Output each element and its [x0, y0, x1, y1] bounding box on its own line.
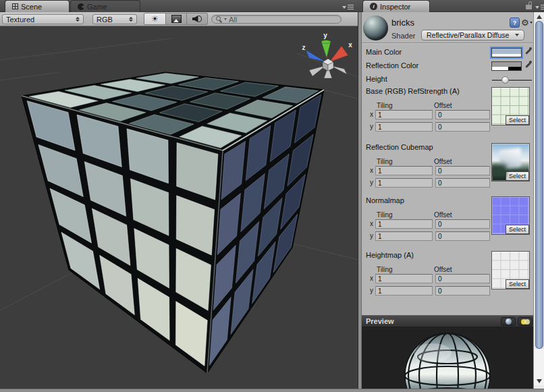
tiling-header: Tiling	[377, 158, 393, 165]
panel-dropdown-icon	[342, 6, 346, 9]
select-button[interactable]: Select	[506, 225, 529, 234]
reflection-color-swatch[interactable]	[491, 61, 522, 71]
tab-scene[interactable]: Scene	[5, 0, 70, 12]
texture-block-heightmap: Heightmap (A) Tiling Offset x y Select	[362, 250, 533, 304]
tiling-x-input[interactable]	[375, 166, 433, 175]
orientation-gizmo[interactable]: yxz	[302, 32, 353, 78]
unity-editor-window: Scene Game i Inspector Textured RGB	[0, 0, 544, 392]
tab-inspector[interactable]: i Inspector	[362, 0, 430, 12]
tiling-header: Tiling	[377, 211, 393, 219]
scroll-down-arrow[interactable]	[534, 376, 544, 385]
scene-effects-toggle[interactable]	[165, 13, 187, 25]
offset-y-input[interactable]	[435, 286, 490, 296]
gear-button[interactable]: ⚙	[521, 18, 533, 28]
tiling-offset-row-y: y	[370, 231, 491, 241]
tiling-y-input[interactable]	[375, 178, 433, 188]
offset-y-input[interactable]	[435, 178, 490, 188]
axis-label: y	[370, 287, 373, 294]
offset-header: Offset	[434, 211, 452, 219]
height-slider[interactable]	[492, 80, 532, 81]
eyedropper-icon[interactable]	[524, 47, 533, 56]
preview-shape-button[interactable]	[501, 317, 516, 326]
tiling-x-input[interactable]	[375, 274, 433, 283]
speaker-icon	[192, 15, 202, 23]
tiling-offset-row-x: x	[370, 110, 491, 119]
tiling-x-input[interactable]	[375, 110, 433, 119]
axis-label: y	[370, 179, 373, 186]
lights-icon	[521, 318, 530, 325]
main-color-swatch[interactable]	[491, 48, 522, 57]
tiling-y-input[interactable]	[375, 286, 433, 296]
preview-lighting-button[interactable]	[518, 317, 533, 326]
scene-panel-menu[interactable]	[342, 5, 354, 9]
offset-y-input[interactable]	[435, 122, 490, 132]
eyedropper-icon[interactable]	[524, 61, 533, 69]
inspector-panel: bricks Shader Reflective/Parallax Diffus…	[362, 12, 533, 315]
scene-search-field[interactable]	[211, 15, 342, 24]
sphere-icon	[506, 318, 512, 325]
tiling-offset-row-y: y	[370, 178, 491, 188]
inspector-panel-menu[interactable]	[535, 5, 544, 9]
channel-mode-dropdown[interactable]: RGB	[92, 14, 137, 24]
offset-x-input[interactable]	[435, 219, 490, 229]
offset-y-input[interactable]	[435, 231, 490, 241]
scene-viewport[interactable]: yxz	[0, 26, 358, 389]
search-input[interactable]	[229, 16, 323, 24]
shader-label: Shader	[391, 32, 415, 40]
scene-grid-icon	[12, 3, 18, 9]
render-mode-dropdown[interactable]: Textured	[2, 14, 84, 24]
texture-block-normalmap: Normalmap Tiling Offset x y Select	[362, 195, 533, 249]
tiling-offset-row-x: x	[370, 274, 491, 283]
tab-game[interactable]: Game	[70, 0, 140, 12]
texture-label: Reflection Cubemap	[366, 143, 433, 151]
preview-title: Preview	[366, 317, 394, 325]
texture-thumbnail[interactable]: Select	[491, 143, 530, 181]
tiling-y-input[interactable]	[375, 231, 433, 241]
material-preview-ball	[363, 16, 388, 40]
shader-dropdown[interactable]: Reflective/Parallax Diffuse	[421, 30, 524, 40]
material-name: bricks	[391, 18, 414, 28]
height-label: Height	[366, 75, 387, 83]
shader-value: Reflective/Parallax Diffuse	[427, 31, 509, 39]
help-button[interactable]: ?	[510, 18, 520, 28]
offset-x-input[interactable]	[435, 274, 490, 283]
offset-header: Offset	[434, 158, 452, 165]
scrollbar-track[interactable]	[534, 349, 544, 376]
scene-render: yxz	[0, 26, 358, 389]
gear-dropdown-icon	[530, 22, 533, 24]
scrollbar-thumb[interactable]	[535, 21, 543, 349]
select-button[interactable]: Select	[506, 115, 529, 125]
gear-icon: ⚙	[521, 18, 529, 27]
scene-audio-toggle[interactable]	[186, 13, 208, 25]
select-button[interactable]: Select	[506, 171, 529, 181]
material-preview-area[interactable]	[362, 327, 533, 389]
texture-block-base: Base (RGB) RefStrength (A) Tiling Offset…	[362, 86, 533, 140]
offset-x-input[interactable]	[435, 166, 490, 175]
inspector-lock-icon[interactable]	[526, 5, 532, 9]
arrow-down-icon	[537, 379, 542, 383]
tiling-header: Tiling	[377, 266, 393, 273]
channel-mode-value: RGB	[97, 16, 113, 24]
tiling-x-input[interactable]	[375, 219, 433, 229]
offset-x-input[interactable]	[435, 110, 490, 119]
inspector-scrollbar[interactable]	[533, 12, 544, 389]
height-slider-thumb[interactable]	[501, 76, 509, 84]
game-pacman-icon	[78, 3, 84, 10]
scroll-up-arrow[interactable]	[534, 12, 544, 21]
axis-label: y	[370, 232, 373, 240]
offset-header: Offset	[434, 266, 452, 273]
texture-thumbnail[interactable]: Select	[491, 87, 530, 125]
tiling-offset-row-x: x	[370, 166, 491, 175]
inspector-info-icon: i	[370, 3, 377, 10]
reflection-color-label: Reflection Color	[366, 61, 418, 69]
texture-thumbnail[interactable]: Select	[491, 251, 530, 289]
chevron-down-icon	[515, 34, 519, 36]
render-mode-value: Textured	[6, 16, 34, 24]
inspector-dropdown-icon	[535, 6, 539, 9]
tiling-y-input[interactable]	[375, 122, 433, 132]
select-button[interactable]: Select	[506, 279, 529, 289]
preview-header[interactable]: Preview	[362, 315, 533, 327]
scene-lighting-toggle[interactable]: ☀	[144, 13, 166, 25]
panel-menu-icon	[348, 5, 354, 9]
texture-thumbnail[interactable]: Select	[491, 196, 530, 235]
